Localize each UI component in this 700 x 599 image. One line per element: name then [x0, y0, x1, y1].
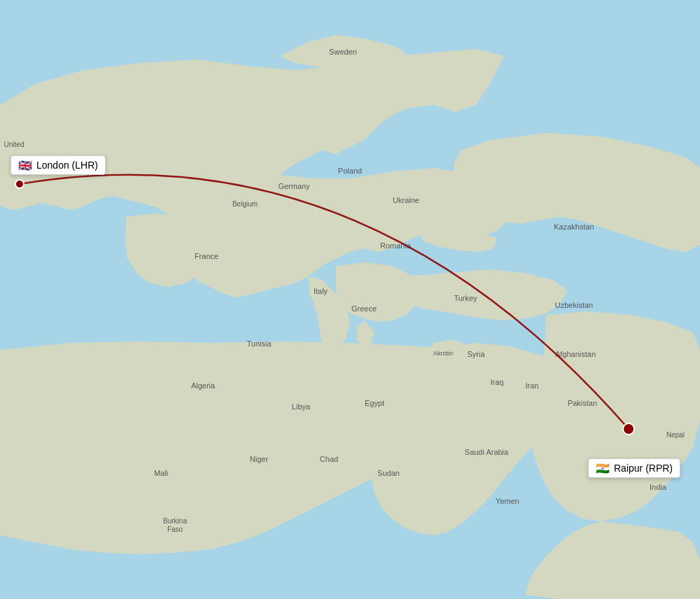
svg-text:Belgium: Belgium [232, 200, 258, 208]
india-flag-icon: 🇮🇳 [596, 463, 610, 473]
svg-text:Mali: Mali [154, 469, 168, 477]
svg-text:Faso: Faso [167, 526, 183, 533]
svg-text:Akrotiri: Akrotiri [433, 350, 453, 357]
svg-text:Egypt: Egypt [365, 399, 384, 407]
svg-text:Italy: Italy [314, 287, 328, 295]
svg-text:Turkey: Turkey [454, 294, 477, 302]
svg-text:Iran: Iran [526, 381, 539, 390]
uk-flag-icon: 🇬🇧 [18, 160, 32, 170]
svg-point-35 [623, 423, 634, 435]
svg-text:Niger: Niger [250, 455, 269, 463]
svg-text:United: United [4, 141, 24, 148]
svg-text:Chad: Chad [320, 455, 338, 463]
svg-text:Syria: Syria [467, 350, 485, 358]
svg-text:Kazakhstan: Kazakhstan [554, 223, 594, 231]
svg-text:Burkina: Burkina [163, 517, 187, 525]
svg-text:Sweden: Sweden [329, 48, 357, 56]
svg-text:Iraq: Iraq [491, 378, 504, 386]
svg-text:Greece: Greece [351, 304, 377, 313]
svg-text:Afghanistan: Afghanistan [555, 350, 596, 358]
svg-text:Pakistan: Pakistan [568, 399, 597, 407]
svg-text:Uzbekistan: Uzbekistan [555, 301, 593, 309]
svg-text:Tunisia: Tunisia [246, 339, 272, 348]
svg-text:Germany: Germany [278, 182, 310, 190]
svg-text:France: France [195, 252, 218, 260]
svg-text:Libya: Libya [292, 402, 311, 411]
london-label: 🇬🇧 London (LHR) [10, 155, 106, 175]
map-container: Sweden Poland Germany Belgium France Ita… [0, 0, 700, 599]
svg-text:Nepal: Nepal [666, 431, 685, 439]
svg-text:Sudan: Sudan [377, 469, 400, 477]
svg-text:Ukraine: Ukraine [393, 196, 419, 204]
map-svg: Sweden Poland Germany Belgium France Ita… [0, 0, 700, 599]
svg-text:Yemen: Yemen [496, 497, 519, 505]
raipur-label: 🇮🇳 Raipur (RPR) [588, 458, 680, 478]
svg-text:India: India [650, 483, 667, 491]
svg-text:Algeria: Algeria [191, 381, 216, 390]
svg-text:Saudi Arabia: Saudi Arabia [465, 448, 509, 456]
raipur-label-text: Raipur (RPR) [614, 463, 673, 474]
svg-text:Poland: Poland [338, 167, 362, 175]
london-label-text: London (LHR) [36, 160, 98, 171]
svg-point-34 [15, 180, 24, 188]
